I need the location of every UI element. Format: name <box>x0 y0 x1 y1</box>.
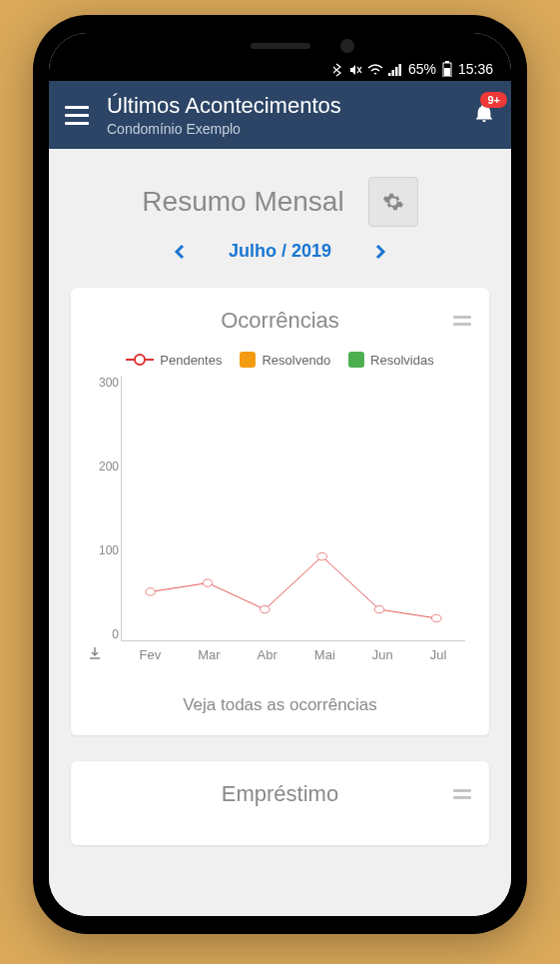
y-tick: 100 <box>85 543 119 557</box>
card-title: Empréstimo <box>222 781 338 807</box>
page-subtitle: Condomínio Exemplo <box>107 121 455 137</box>
x-tick: Jul <box>430 647 447 665</box>
signal-icon <box>388 64 402 76</box>
x-tick: Jun <box>372 647 393 665</box>
app-titles: Últimos Acontecimentos Condomínio Exempl… <box>107 93 455 137</box>
notifications-button[interactable]: 9+ <box>473 102 495 128</box>
battery-icon <box>442 61 452 77</box>
phone-frame: 65% 15:36 Últimos Acontecimentos Condomí… <box>33 15 527 934</box>
legend-pending: Pendentes <box>126 352 222 368</box>
legend-resolving: Resolvendo <box>240 352 330 368</box>
plot-area <box>121 376 465 641</box>
svg-rect-2 <box>395 67 398 76</box>
screen: 65% 15:36 Últimos Acontecimentos Condomí… <box>49 33 511 916</box>
y-tick: 200 <box>85 460 119 474</box>
x-tick: Mai <box>314 647 335 665</box>
x-axis: FevMarAbrMaiJunJul <box>121 641 465 665</box>
month-label[interactable]: Julho / 2019 <box>229 241 331 262</box>
legend-resolved: Resolvidas <box>348 352 434 368</box>
menu-icon[interactable] <box>65 106 89 125</box>
drag-handle-icon[interactable] <box>453 316 471 326</box>
next-month-button[interactable] <box>371 243 389 261</box>
gear-icon <box>382 191 404 213</box>
summary-header: Resumo Mensal <box>71 177 489 227</box>
card-title: Ocorrências <box>221 308 339 334</box>
prev-month-button[interactable] <box>171 243 189 261</box>
line-marker-icon <box>126 359 154 361</box>
card-header: Ocorrências <box>85 308 475 334</box>
month-nav: Julho / 2019 <box>71 241 489 262</box>
settings-button[interactable] <box>368 177 418 227</box>
legend-swatch-orange <box>240 352 256 368</box>
card-header: Empréstimo <box>85 781 475 807</box>
view-all-link[interactable]: Veja todas as ocorrências <box>85 695 475 715</box>
wifi-icon <box>367 64 383 76</box>
y-tick: 300 <box>85 376 119 390</box>
svg-rect-0 <box>388 73 391 76</box>
drag-handle-icon[interactable] <box>453 789 471 799</box>
loan-card: Empréstimo <box>71 761 489 845</box>
bluetooth-icon <box>333 63 343 77</box>
clock: 15:36 <box>458 61 493 77</box>
svg-rect-6 <box>444 68 450 76</box>
occurrences-card: Ocorrências Pendentes Resolvendo Resolvi <box>71 288 489 735</box>
x-tick: Fev <box>140 647 162 665</box>
bars <box>122 376 465 640</box>
svg-rect-1 <box>391 70 394 76</box>
status-bar: 65% 15:36 <box>49 33 511 81</box>
download-icon[interactable] <box>87 645 103 661</box>
x-tick: Abr <box>258 647 278 665</box>
status-icons <box>333 63 402 77</box>
page-title: Últimos Acontecimentos <box>107 93 455 119</box>
notification-badge: 9+ <box>480 92 507 108</box>
chart: 3002001000 FevMarAbrMaiJunJul <box>121 376 465 665</box>
summary-title: Resumo Mensal <box>142 186 343 218</box>
x-tick: Mar <box>198 647 220 665</box>
content: Resumo Mensal Julho / 2019 Ocorrências <box>49 149 511 916</box>
legend-swatch-green <box>348 352 364 368</box>
mute-icon <box>348 63 362 77</box>
app-bar: Últimos Acontecimentos Condomínio Exempl… <box>49 81 511 149</box>
battery-level: 65% <box>408 61 436 77</box>
y-axis: 3002001000 <box>85 376 119 641</box>
chart-legend: Pendentes Resolvendo Resolvidas <box>85 352 475 368</box>
svg-rect-3 <box>398 64 401 76</box>
y-tick: 0 <box>85 627 119 641</box>
